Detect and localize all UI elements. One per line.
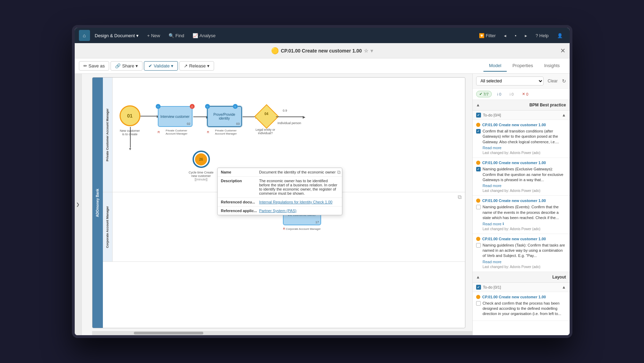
section-layout-collapse-icon: ▲ — [476, 275, 480, 280]
todo2-priority-icon — [476, 161, 480, 165]
info1-badge: i 0 — [495, 91, 504, 97]
info2-badge: i 0 — [507, 91, 516, 97]
tab-model[interactable]: Model — [483, 60, 507, 72]
save-as-button[interactable]: ✏ Save as — [79, 61, 109, 71]
tooltip-desc-row: Description The economic owner has to be… — [218, 177, 342, 198]
section-bpm-header[interactable]: ▲ BPM Best practice — [473, 100, 570, 111]
start-event-node[interactable]: 01 — [120, 105, 140, 126]
toolbar-tabs: Model Properties Insights — [483, 60, 565, 72]
todo3-text: Naming guidelines (Events): Confirm that… — [483, 204, 566, 220]
tab-properties[interactable]: Properties — [507, 60, 538, 72]
todo1-title-link[interactable]: CP.01.00 Create new customer 1.00 — [482, 123, 546, 127]
right-panel: All selected Clear ↻ ✔ 7/7 i 0 — [472, 74, 570, 335]
end-event-label: Cycle time Create new customer[[minute]] — [186, 171, 217, 181]
nav-view[interactable]: ▪ — [512, 32, 519, 40]
release-icon: ↗ — [184, 63, 188, 68]
todo-bpm-header[interactable]: ✔ To-do [0/4] ▲ — [473, 111, 570, 120]
nav-new[interactable]: + New — [144, 31, 164, 40]
panel-scroll-area[interactable]: ▲ BPM Best practice ✔ To-do [0/4] ▲ — [473, 100, 570, 335]
check-counts-bar: ✔ 7/7 i 0 i 0 ✕ 0 — [473, 89, 570, 100]
todo3-checkbox[interactable] — [476, 205, 481, 209]
todo4-checkbox[interactable] — [476, 243, 481, 248]
layout-todo1-checkbox[interactable] — [476, 301, 481, 306]
refresh-button[interactable]: ↻ — [562, 78, 566, 84]
todo2-text: Naming guidelines (Exclusive Gateways): … — [483, 167, 566, 183]
filter-select[interactable]: All selected — [476, 76, 544, 86]
task-prove-identity[interactable]: ○ i Prove/Provide identity 03 — [207, 106, 242, 127]
canvas-scrollbar-thumb[interactable] — [134, 332, 203, 334]
todo-layout-checkbox[interactable]: ✔ — [476, 285, 481, 290]
share-button[interactable]: 🔗 Share ▾ — [111, 61, 142, 71]
todo-bpm-collapse-icon: ▲ — [562, 113, 566, 118]
todo2-title-link[interactable]: CP.01.00 Create new customer 1.00 — [482, 161, 546, 165]
top-nav: ⌂ Design & Document ▾ + New 🔍 Find 📈 Ana… — [75, 28, 570, 43]
layout-todo-item-1: CP.01.00 Create new customer 1.00 Check … — [473, 292, 570, 321]
layout-todo1-priority-icon — [476, 295, 480, 299]
help-button[interactable]: ? Help — [533, 32, 552, 40]
task-interview-customer[interactable]: ○ ⚠ Interview customer 02 — [158, 106, 193, 127]
todo4-read-more[interactable]: Read more — [483, 260, 566, 264]
swimlane-header: ADOmoney Bank — [92, 78, 103, 328]
cross-badge: ✕ 0 — [519, 91, 531, 97]
nav-analyse[interactable]: 📈 Analyse — [189, 31, 219, 40]
validate-button[interactable]: ✔ Validate ▾ — [144, 61, 178, 71]
end-event-node[interactable]: 26 — [193, 151, 210, 168]
todo-item-3: CP.01.00 Create new customer 1.00 Naming… — [473, 196, 570, 234]
user-button[interactable]: 👤 — [554, 32, 565, 40]
todo2-read-more[interactable]: Read more — [483, 184, 566, 188]
tooltip-refdoc-row: Referenced docu... Internal Regulations … — [218, 198, 342, 207]
section-layout-header[interactable]: ▲ Layout — [473, 272, 570, 283]
toolbar: ✏ Save as 🔗 Share ▾ ✔ Validate ▾ ↗ Relea… — [75, 58, 570, 74]
arrow-2 — [193, 116, 207, 117]
copy-icon[interactable]: ⧉ — [458, 194, 462, 200]
todo-bpm-checkbox[interactable]: ✔ — [476, 113, 481, 118]
panel-filter-header: All selected Clear ↻ — [473, 74, 570, 89]
nav-next[interactable]: ▸ — [522, 32, 530, 40]
todo2-checkbox[interactable]: ✔ — [476, 167, 481, 171]
tooltip-refapp-row: Referenced applic... Partner System (PAS… — [218, 207, 342, 215]
todo3-read-more[interactable]: Read more ℹ — [483, 222, 566, 226]
todo3-last-changed: Last changed by: Adonis Power (ado) — [483, 227, 566, 231]
gateway-label: Legal entity or individual? — [252, 128, 279, 135]
task2-type-badge: ○ — [205, 104, 210, 109]
nav-design-document[interactable]: Design & Document ▾ — [91, 31, 142, 40]
gateway-node[interactable]: 04 — [258, 108, 275, 125]
todo-item-4: CP.01.00 Create new customer 1.00 Naming… — [473, 234, 570, 272]
close-button[interactable]: ✕ — [560, 47, 565, 55]
individual-person-label: Individual person — [278, 121, 301, 125]
arrow-4 — [276, 116, 304, 117]
todo-layout-collapse-icon: ▲ — [562, 285, 566, 290]
gateway-value-label: 0.9 — [283, 109, 287, 112]
todo2-last-changed: Last changed by: Adonis Power (ado) — [483, 189, 566, 193]
todo1-checkbox[interactable]: ✔ — [476, 129, 481, 134]
tab-insights[interactable]: Insights — [539, 60, 565, 72]
todo4-priority-icon — [476, 237, 480, 241]
nav-prev[interactable]: ◂ — [501, 32, 509, 40]
layout-todo1-title-link[interactable]: CP.01.00 Create new customer 1.00 — [482, 295, 546, 299]
task1-role: R Private Customer Account Manager — [158, 129, 193, 135]
arrow-1 — [140, 116, 158, 116]
filter-button[interactable]: 🔽 Filter — [476, 32, 499, 40]
title-bar: 🟡 CP.01.00 Create new customer 1.00 ☆ ▾ … — [75, 43, 570, 58]
validate-icon: ✔ — [148, 63, 152, 68]
home-button[interactable]: ⌂ — [79, 30, 90, 41]
left-collapse-button[interactable]: ❯ — [75, 74, 82, 335]
todo-item-1: CP.01.00 Create new customer 1.00 ✔ Conf… — [473, 120, 570, 158]
dropdown-icon[interactable]: ▾ — [370, 48, 373, 54]
todo-layout-header[interactable]: ✔ To-do [0/1] ▲ — [473, 283, 570, 292]
todo4-title-link[interactable]: CP.01.00 Create new customer 1.00 — [482, 237, 546, 241]
clear-button[interactable]: Clear — [546, 78, 560, 84]
todo1-read-more[interactable]: Read more — [483, 146, 566, 150]
nav-find[interactable]: 🔍 Find — [165, 31, 188, 40]
section-bpm-collapse-icon: ▲ — [476, 103, 480, 107]
tooltip-copy-button[interactable]: ⧉ — [337, 169, 341, 175]
title-icon: 🟡 — [271, 47, 279, 55]
todo1-priority-icon — [476, 123, 480, 127]
tooltip-popup: ⧉ Name Document the identity of the econ… — [217, 168, 342, 215]
release-button[interactable]: ↗ Release ▾ — [179, 61, 214, 71]
todo3-title-link[interactable]: CP.01.00 Create new customer 1.00 — [482, 199, 546, 203]
star-icon[interactable]: ☆ — [364, 48, 368, 54]
task2-info-badge: i — [233, 104, 238, 109]
checked-count-badge: ✔ 7/7 — [476, 91, 492, 97]
task3-role: R Corporate Account Manager — [283, 227, 321, 231]
